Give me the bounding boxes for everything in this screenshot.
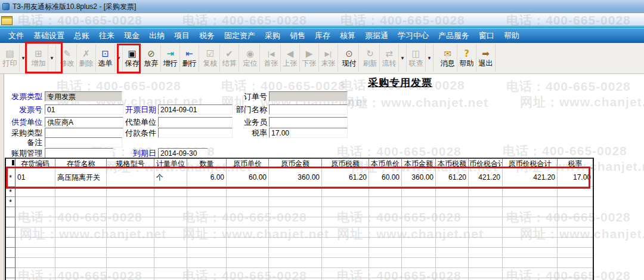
grid-cell[interactable] — [402, 238, 436, 248]
toolbar-settle-button[interactable]: ✔结算 — [220, 44, 239, 72]
grid-cell[interactable] — [322, 207, 369, 217]
row-selector[interactable] — [6, 268, 16, 278]
menu-item-10[interactable]: 采购 — [260, 29, 285, 43]
grid-cell[interactable] — [269, 207, 322, 217]
grid-cell[interactable] — [436, 268, 469, 278]
row-selector[interactable] — [6, 227, 16, 238]
grid-cell[interactable] — [16, 227, 55, 238]
menu-item-9[interactable]: 固定资产 — [219, 29, 260, 43]
toolbar-exit-button[interactable]: ➡退出 — [476, 44, 496, 72]
grid-cell[interactable] — [107, 248, 154, 258]
grid-cell[interactable] — [436, 248, 469, 258]
menu-item-7[interactable]: 项目 — [169, 29, 194, 43]
grid-cell[interactable] — [436, 238, 469, 248]
grid-cell[interactable] — [55, 258, 107, 268]
grid-cell[interactable] — [322, 217, 369, 227]
empty-row[interactable] — [6, 258, 593, 268]
grid-cell[interactable] — [369, 248, 402, 258]
grid-cell[interactable] — [369, 238, 402, 248]
grid-cell[interactable] — [55, 238, 107, 248]
grid-cell[interactable] — [436, 197, 469, 207]
grid-cell[interactable] — [227, 197, 269, 207]
department-field[interactable] — [269, 104, 348, 115]
grid-cell[interactable] — [107, 197, 154, 207]
link-query-dropdown-arrow[interactable]: ▼ — [426, 44, 434, 72]
note-icon[interactable] — [1, 16, 13, 25]
grid-cell[interactable] — [436, 207, 469, 217]
grid-cell[interactable] — [55, 197, 107, 207]
payment-terms-field[interactable] — [158, 128, 233, 138]
grid-cell[interactable] — [503, 268, 558, 278]
grid-cell[interactable] — [16, 268, 55, 278]
grid-cell[interactable] — [55, 268, 107, 278]
grid-cell[interactable] — [322, 258, 369, 268]
grid-cell[interactable] — [107, 207, 154, 217]
toolbar-add-row-button[interactable]: ⇥增行 — [161, 44, 180, 72]
grid-cell[interactable] — [227, 268, 269, 278]
empty-row[interactable] — [6, 248, 593, 258]
toolbar-flow-button[interactable]: ⇄流转 — [380, 44, 399, 72]
grid-cell[interactable] — [16, 207, 55, 217]
grid-cell[interactable] — [469, 207, 503, 217]
toolbar-locate-button[interactable]: ◉定位 — [241, 44, 260, 72]
grid-cell[interactable] — [187, 227, 227, 238]
grid-cell[interactable] — [469, 268, 503, 278]
menu-item-8[interactable]: 税务 — [194, 29, 219, 43]
due-date-field[interactable]: 2014-09-30 — [158, 148, 208, 158]
grid-cell[interactable] — [469, 197, 503, 207]
grid-cell[interactable] — [436, 227, 469, 238]
grid-cell[interactable] — [402, 217, 436, 227]
menu-item-17[interactable]: 窗口 — [474, 29, 499, 43]
row-selector[interactable] — [6, 248, 16, 258]
row-selector[interactable] — [6, 238, 16, 248]
grid-cell[interactable] — [402, 258, 436, 268]
grid-cell[interactable] — [154, 217, 187, 227]
toolbar-refresh-button[interactable]: ↻刷新 — [361, 44, 380, 72]
menu-item-12[interactable]: 库存 — [310, 29, 335, 43]
grid-cell[interactable] — [558, 248, 593, 258]
grid-cell[interactable] — [269, 238, 322, 248]
grid-cell[interactable] — [227, 217, 269, 227]
toolbar-delete-row-button[interactable]: ⇤删行 — [180, 44, 199, 72]
grid-cell[interactable] — [436, 217, 469, 227]
remark-field[interactable] — [45, 137, 122, 147]
empty-row[interactable] — [6, 227, 593, 238]
row-selector[interactable] — [6, 207, 16, 217]
grid-cell[interactable] — [187, 207, 227, 217]
credit-period-field[interactable] — [45, 148, 113, 158]
grid-cell[interactable] — [107, 268, 154, 278]
grid-cell[interactable] — [16, 238, 55, 248]
tax-rate-field[interactable]: 17.00 — [269, 128, 348, 138]
grid-cell[interactable] — [469, 248, 503, 258]
menu-item-16[interactable]: 产品服务 — [434, 29, 474, 43]
grid-cell[interactable] — [369, 268, 402, 278]
grid-cell[interactable] — [322, 238, 369, 248]
toolbar-cash-pay-button[interactable]: ⊙现付 — [340, 44, 359, 72]
grid-cell[interactable] — [16, 217, 55, 227]
menu-item-2[interactable]: 基础设置 — [29, 29, 69, 43]
menu-item-1[interactable]: 文件 — [4, 29, 29, 43]
grid-cell[interactable] — [269, 268, 322, 278]
toolbar-help-button[interactable]: ?帮助 — [457, 44, 476, 72]
menu-item-14[interactable]: 票据通 — [360, 29, 393, 43]
grid-cell[interactable] — [436, 258, 469, 268]
invoice-number-field[interactable]: 01 — [45, 104, 123, 115]
grid-cell[interactable] — [469, 258, 503, 268]
grid-cell[interactable] — [503, 238, 558, 248]
grid-cell[interactable] — [322, 268, 369, 278]
grid-cell[interactable] — [269, 197, 322, 207]
grid-cell[interactable] — [558, 227, 593, 238]
agent-unit-field[interactable] — [158, 117, 233, 127]
grid-cell[interactable] — [55, 217, 107, 227]
grid-cell[interactable] — [269, 217, 322, 227]
grid-cell[interactable] — [107, 238, 154, 248]
menu-item-4[interactable]: 往来 — [94, 29, 119, 43]
grid-cell[interactable] — [107, 227, 154, 238]
grid-cell[interactable] — [369, 258, 402, 268]
grid-cell[interactable] — [55, 207, 107, 217]
grid-cell[interactable] — [154, 207, 187, 217]
toolbar-delete-button[interactable]: ✗删除 — [77, 44, 96, 72]
menu-item-15[interactable]: 学习中心 — [393, 29, 434, 43]
purchase-type-field[interactable] — [45, 128, 123, 138]
grid-cell[interactable] — [154, 197, 187, 207]
